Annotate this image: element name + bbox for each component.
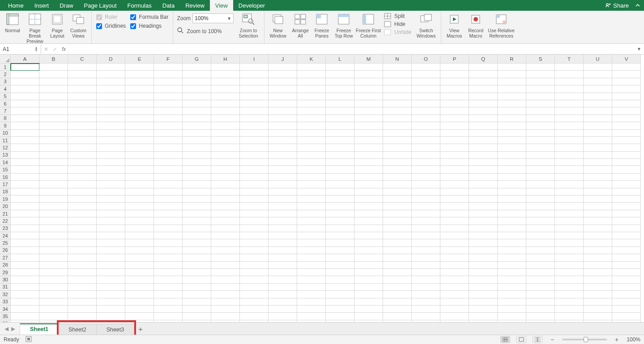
cell[interactable]: [354, 152, 383, 159]
cell[interactable]: [469, 159, 498, 166]
cell[interactable]: [211, 137, 240, 144]
cell[interactable]: [612, 254, 641, 261]
cell[interactable]: [97, 269, 125, 276]
cell[interactable]: [498, 130, 526, 137]
cell[interactable]: [412, 152, 440, 159]
cell[interactable]: [125, 78, 154, 85]
cell[interactable]: [97, 85, 125, 93]
formula-bar-checkbox[interactable]: Formula Bar: [130, 14, 168, 20]
cell[interactable]: [440, 159, 469, 166]
cell[interactable]: [211, 152, 240, 159]
cell[interactable]: [211, 203, 240, 210]
cell[interactable]: [469, 232, 498, 239]
cell[interactable]: [240, 166, 269, 173]
cell[interactable]: [526, 195, 555, 203]
cell[interactable]: [354, 225, 383, 232]
cell[interactable]: [469, 247, 498, 254]
cell[interactable]: [154, 284, 183, 291]
switch-windows-button[interactable]: Switch Windows: [414, 13, 438, 38]
cell[interactable]: [269, 144, 297, 151]
cell[interactable]: [612, 100, 641, 107]
cell[interactable]: [412, 247, 440, 254]
cell[interactable]: [183, 144, 211, 151]
cell[interactable]: [68, 217, 97, 225]
cell[interactable]: [412, 100, 440, 107]
cell[interactable]: [526, 144, 555, 151]
cell[interactable]: [97, 71, 125, 78]
cell[interactable]: [39, 225, 68, 232]
cell[interactable]: [440, 85, 469, 93]
row-header[interactable]: 17: [0, 181, 11, 188]
cell[interactable]: [584, 166, 612, 173]
cell[interactable]: [11, 144, 39, 151]
cell[interactable]: [240, 203, 269, 210]
cell[interactable]: [612, 239, 641, 246]
cell[interactable]: [97, 247, 125, 254]
cell[interactable]: [584, 232, 612, 239]
cell[interactable]: [469, 254, 498, 261]
cell[interactable]: [526, 159, 555, 166]
cell[interactable]: [412, 269, 440, 276]
cell[interactable]: [555, 188, 584, 195]
cell[interactable]: [440, 107, 469, 115]
cell[interactable]: [440, 122, 469, 129]
cell[interactable]: [183, 225, 211, 232]
cell[interactable]: [354, 100, 383, 107]
cell[interactable]: [39, 269, 68, 276]
cell[interactable]: [555, 78, 584, 85]
cell[interactable]: [240, 181, 269, 188]
cell[interactable]: [97, 203, 125, 210]
row-header[interactable]: 23: [0, 225, 11, 232]
cell[interactable]: [297, 174, 326, 181]
cell[interactable]: [39, 276, 68, 283]
cell[interactable]: [440, 137, 469, 144]
cell[interactable]: [97, 159, 125, 166]
cell[interactable]: [11, 78, 39, 85]
cell[interactable]: [469, 115, 498, 122]
cell[interactable]: [154, 100, 183, 107]
cell[interactable]: [154, 195, 183, 203]
cell[interactable]: [354, 130, 383, 137]
status-view-normal[interactable]: [500, 336, 510, 343]
cell[interactable]: [354, 313, 383, 320]
cell[interactable]: [183, 313, 211, 320]
cell[interactable]: [269, 195, 297, 203]
cell[interactable]: [555, 217, 584, 225]
cell[interactable]: [440, 64, 469, 71]
cell[interactable]: [612, 137, 641, 144]
cell[interactable]: [354, 188, 383, 195]
row-header[interactable]: 5: [0, 93, 11, 100]
cell[interactable]: [297, 254, 326, 261]
cell[interactable]: [354, 93, 383, 100]
cell[interactable]: [183, 203, 211, 210]
cell[interactable]: [68, 269, 97, 276]
cell[interactable]: [154, 93, 183, 100]
cell[interactable]: [326, 195, 354, 203]
cell[interactable]: [469, 276, 498, 283]
cell[interactable]: [211, 71, 240, 78]
cell[interactable]: [211, 64, 240, 71]
cell[interactable]: [297, 291, 326, 298]
status-view-page-break[interactable]: [533, 336, 542, 343]
cell[interactable]: [469, 174, 498, 181]
cell[interactable]: [269, 217, 297, 225]
cell[interactable]: [68, 291, 97, 298]
cell[interactable]: [412, 203, 440, 210]
cell[interactable]: [469, 64, 498, 71]
cell[interactable]: [412, 181, 440, 188]
cell[interactable]: [612, 93, 641, 100]
cell[interactable]: [39, 291, 68, 298]
cell[interactable]: [125, 64, 154, 71]
cell[interactable]: [498, 306, 526, 313]
cell[interactable]: [297, 306, 326, 313]
cell[interactable]: [240, 100, 269, 107]
cell[interactable]: [183, 269, 211, 276]
cell[interactable]: [11, 166, 39, 173]
column-header[interactable]: B: [39, 55, 68, 64]
cell[interactable]: [612, 276, 641, 283]
cell[interactable]: [269, 159, 297, 166]
cell[interactable]: [211, 217, 240, 225]
cell[interactable]: [154, 64, 183, 71]
cell[interactable]: [584, 313, 612, 320]
cell[interactable]: [211, 78, 240, 85]
